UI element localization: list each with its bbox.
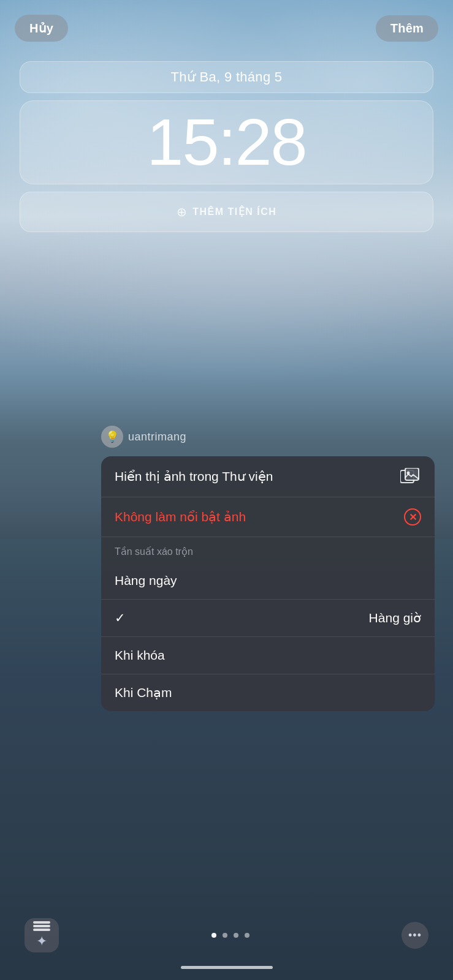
dot-3	[234, 933, 238, 938]
bottom-icons-row: ✦ •••	[0, 918, 453, 952]
menu-section-header: Tần suất xáo trộn	[101, 537, 435, 562]
cancel-button[interactable]: Hủy	[15, 15, 68, 42]
stack-line-3	[33, 929, 50, 931]
menu-item-on-lock[interactable]: Khi khóa	[101, 637, 435, 674]
more-options-icon: •••	[408, 929, 422, 942]
watermark-text: uantrimang	[128, 431, 186, 443]
lockscreen-widgets: Thứ Ba, 9 tháng 5 15:28 ⊕ THÊM TIỆN ÍCH	[20, 61, 433, 232]
page-dots	[211, 933, 249, 938]
svg-rect-1	[405, 468, 419, 480]
add-button[interactable]: Thêm	[376, 15, 438, 42]
menu-item-show-library-label: Hiển thị ảnh trong Thư viện	[115, 469, 273, 484]
photo-library-icon	[399, 467, 421, 486]
menu-item-on-tap[interactable]: Khi Chạm	[101, 674, 435, 711]
menu-item-on-lock-label: Khi khóa	[115, 648, 165, 663]
bottom-bar: ✦ •••	[0, 918, 453, 980]
menu-item-hourly-label: Hàng giờ	[369, 611, 421, 625]
stack-icon	[33, 921, 50, 931]
check-mark-icon: ✓	[115, 611, 126, 625]
menu-item-on-tap-label: Khi Chạm	[115, 685, 172, 700]
dot-1	[211, 933, 216, 938]
stack-line-1	[33, 921, 50, 924]
top-bar: Hủy Thêm	[0, 0, 453, 42]
no-highlight-icon: ✕	[404, 508, 421, 526]
menu-item-daily-label: Hàng ngày	[115, 573, 177, 588]
plus-icon: ⊕	[177, 205, 188, 219]
dot-2	[223, 933, 227, 938]
time-widget: 15:28	[20, 100, 433, 184]
menu-item-show-library[interactable]: Hiển thị ảnh trong Thư viện	[101, 456, 435, 497]
menu-item-daily[interactable]: Hàng ngày	[101, 562, 435, 600]
add-widget-button[interactable]: ⊕ THÊM TIỆN ÍCH	[20, 192, 433, 232]
customize-button[interactable]: ✦	[25, 918, 59, 952]
stack-line-2	[33, 925, 50, 927]
more-options-button[interactable]: •••	[402, 922, 428, 949]
watermark-icon: 💡	[101, 426, 123, 448]
sparkle-icon: ✦	[36, 933, 47, 949]
watermark: 💡 uantrimang	[101, 426, 186, 448]
dot-4	[245, 933, 249, 938]
date-widget: Thứ Ba, 9 tháng 5	[20, 61, 433, 93]
menu-item-hourly[interactable]: ✓ Hàng giờ	[101, 600, 435, 637]
menu-item-no-highlight[interactable]: Không làm nổi bật ảnh ✕	[101, 497, 435, 537]
menu-item-no-highlight-label: Không làm nổi bật ảnh	[115, 510, 246, 524]
home-indicator	[181, 966, 273, 969]
context-menu: Hiển thị ảnh trong Thư viện Không làm nổ…	[101, 456, 435, 711]
